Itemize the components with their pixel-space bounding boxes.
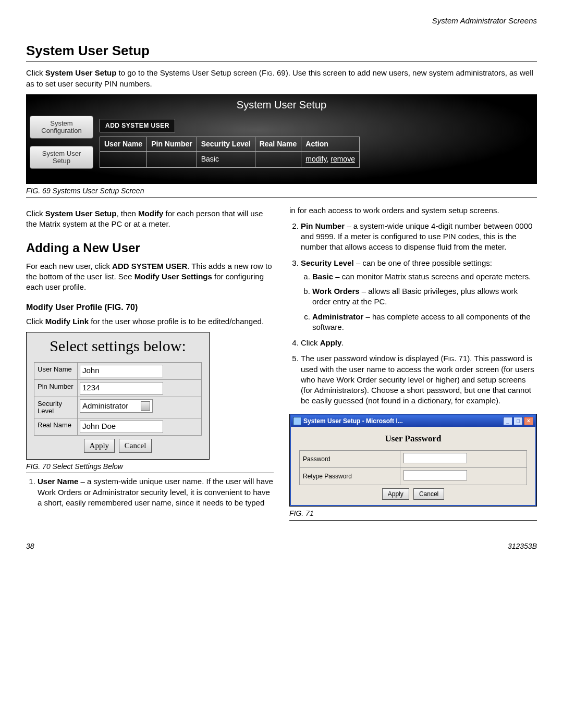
- figure-71: System User Setup - Microsoft I... _ □ ×…: [289, 414, 537, 507]
- fig71-caption: FIG. 71: [289, 509, 537, 521]
- table-header-row: User Name Pin Number Security Level Real…: [100, 137, 360, 151]
- cell-action: modify, remove: [301, 151, 360, 167]
- page-title: System User Setup: [26, 42, 537, 61]
- label-pin: Pin Number: [34, 380, 77, 397]
- table-row: Basic modify, remove: [100, 151, 360, 167]
- continuation-text: in for each access to work orders and sy…: [289, 205, 537, 216]
- fig70-caption: FIG. 70 Select Settings Below: [26, 462, 274, 474]
- pin-input[interactable]: 1234: [80, 382, 163, 394]
- password-input[interactable]: [403, 453, 467, 463]
- figure-70: Select settings below: User Name John Pi…: [26, 332, 210, 459]
- figure-69: System User Setup System Configuration S…: [26, 94, 537, 184]
- numbered-list-left: User Name – a system-wide unique user na…: [26, 476, 274, 508]
- label-realname: Real Name: [34, 418, 77, 435]
- col-realname: Real Name: [255, 137, 301, 151]
- system-configuration-button[interactable]: System Configuration: [30, 116, 93, 139]
- intro-paragraph: Click System User Setup to go to the Sys…: [26, 68, 537, 89]
- list-item: Basic – can monitor Matrix status screen…: [312, 272, 537, 282]
- cancel-button[interactable]: Cancel: [413, 488, 444, 500]
- apply-button[interactable]: Apply: [382, 488, 409, 500]
- sub-list: Basic – can monitor Matrix status screen…: [301, 272, 537, 332]
- running-header: System Administrator Screens: [26, 16, 537, 26]
- minimize-icon[interactable]: _: [503, 417, 512, 425]
- adding-new-user-heading: Adding a New User: [26, 240, 274, 256]
- col-security: Security Level: [197, 137, 255, 151]
- window-titlebar: System User Setup - Microsoft I... _ □ ×: [291, 415, 535, 427]
- add-system-user-button[interactable]: ADD SYSTEM USER: [100, 119, 175, 132]
- list-item: The user password window is displayed (F…: [301, 353, 537, 406]
- list-item: Administrator – has complete access to a…: [312, 312, 537, 333]
- doc-number: 312353B: [508, 541, 537, 551]
- label-security: Security Level: [34, 397, 77, 418]
- apply-button[interactable]: Apply: [84, 439, 115, 452]
- page-number: 38: [26, 541, 34, 551]
- system-user-setup-button[interactable]: System User Setup: [30, 146, 93, 169]
- list-item: Click Apply.: [301, 338, 537, 348]
- col-pin: Pin Number: [147, 137, 197, 151]
- left-p1: Click System User Setup, then Modify for…: [26, 208, 274, 230]
- security-level-select[interactable]: Administrator: [80, 399, 153, 413]
- left-p2: For each new user, click ADD SYSTEM USER…: [26, 261, 274, 293]
- right-column: in for each access to work orders and sy…: [289, 205, 537, 521]
- left-column: Click System User Setup, then Modify for…: [26, 205, 274, 521]
- left-p3: Click Modify Link for the user whose pro…: [26, 316, 274, 327]
- modify-user-profile-heading: Modify User Profile (FIG. 70): [26, 302, 274, 313]
- page-footer: 38 312353B: [26, 541, 537, 551]
- list-item: Security Level – can be one of three pos…: [301, 258, 537, 333]
- username-input[interactable]: John: [80, 365, 163, 377]
- fig70-title: Select settings below:: [27, 332, 209, 362]
- remove-link[interactable]: remove: [331, 155, 355, 163]
- maximize-icon[interactable]: □: [513, 417, 523, 425]
- col-action: Action: [301, 137, 360, 151]
- label-retype-password: Retype Password: [300, 468, 400, 485]
- label-username: User Name: [34, 363, 77, 379]
- col-username: User Name: [100, 137, 147, 151]
- fig69-title: System User Setup: [27, 98, 536, 112]
- modify-link[interactable]: modify: [305, 155, 326, 163]
- list-item: User Name – a system-wide unique user na…: [38, 476, 274, 508]
- realname-input[interactable]: John Doe: [80, 421, 163, 433]
- cell-security: Basic: [197, 151, 255, 167]
- list-item: Pin Number – a system-wide unique 4-digi…: [301, 221, 537, 253]
- close-icon[interactable]: ×: [524, 417, 533, 425]
- window-title: System User Setup - Microsoft I...: [303, 417, 403, 425]
- fig69-caption: FIG. 69 Systems User Setup Screen: [26, 186, 537, 198]
- ie-icon: [293, 417, 301, 425]
- numbered-list-right: Pin Number – a system-wide unique 4-digi…: [289, 221, 537, 406]
- user-password-heading: User Password: [299, 433, 527, 445]
- cancel-button[interactable]: Cancel: [119, 439, 152, 452]
- users-table: User Name Pin Number Security Level Real…: [100, 137, 360, 168]
- retype-password-input[interactable]: [403, 470, 467, 480]
- list-item: Work Orders – allows all Basic privilege…: [312, 286, 537, 307]
- label-password: Password: [300, 450, 400, 467]
